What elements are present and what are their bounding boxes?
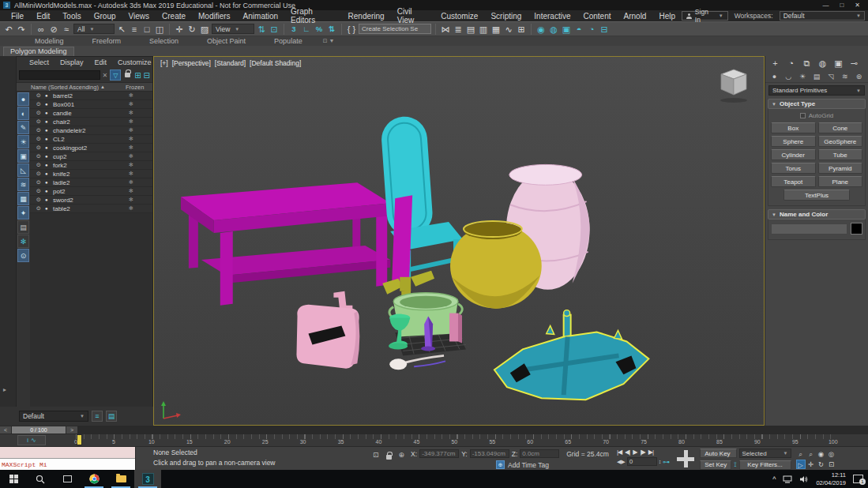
- eye-icon[interactable]: ⊙: [36, 136, 45, 142]
- clear-search-icon[interactable]: ✕: [103, 72, 108, 79]
- frozen-icon[interactable]: ✻: [129, 136, 152, 142]
- menu-item[interactable]: Civil View: [391, 10, 435, 21]
- filter-cameras-icon[interactable]: ▣: [17, 149, 29, 163]
- key-selection-dropdown[interactable]: Selected ▼: [739, 449, 791, 458]
- tab-utilities-icon[interactable]: ⊸: [847, 57, 862, 69]
- start-button[interactable]: [0, 470, 27, 488]
- rectangular-selection-region-icon[interactable]: □: [141, 23, 152, 36]
- menu-item[interactable]: Interactive: [528, 10, 577, 21]
- explorer-row[interactable]: ⊙ ● candle ✻: [30, 109, 152, 118]
- eye-icon[interactable]: ⊙: [36, 179, 45, 186]
- menu-item[interactable]: Scripting: [484, 10, 528, 21]
- menu-item[interactable]: Modifiers: [192, 10, 237, 21]
- explorer-search-input[interactable]: [19, 70, 100, 80]
- taskbar-search-button[interactable]: [27, 470, 54, 488]
- action-center-icon[interactable]: 1: [853, 475, 863, 483]
- frozen-icon[interactable]: ✻: [129, 101, 152, 107]
- menu-item[interactable]: Create: [156, 10, 192, 21]
- frozen-icon[interactable]: ✻: [129, 162, 152, 168]
- frozen-icon[interactable]: ✻: [129, 179, 152, 186]
- viewport-menu-pov[interactable]: [Perspective]: [172, 59, 211, 67]
- frozen-icon[interactable]: ✻: [129, 205, 152, 212]
- render-dot-icon[interactable]: ●: [45, 206, 53, 211]
- frozen-icon[interactable]: ✻: [129, 110, 152, 116]
- tab-display-icon[interactable]: ▣: [831, 57, 846, 69]
- render-setup-icon[interactable]: ◍: [548, 23, 559, 36]
- tab-modify-icon[interactable]: ◔: [783, 57, 798, 69]
- object-type-button[interactable]: TextPlus: [783, 190, 850, 201]
- set-key-button[interactable]: Set Key: [700, 460, 731, 470]
- object-type-button[interactable]: GeoSphere: [818, 136, 863, 147]
- current-frame-field[interactable]: [627, 457, 657, 466]
- menu-item[interactable]: Animation: [237, 10, 284, 21]
- bind-to-space-warp-icon[interactable]: ≈: [61, 23, 72, 36]
- selection-lock-icon[interactable]: [386, 455, 392, 460]
- frozen-icon[interactable]: ✻: [129, 171, 152, 177]
- eye-icon[interactable]: ⊙: [36, 205, 45, 212]
- menu-item[interactable]: Graph Editors: [284, 10, 341, 21]
- scene-objects[interactable]: [154, 57, 764, 425]
- create-spacewarps-icon[interactable]: ≋: [839, 71, 851, 82]
- object-color-swatch[interactable]: [851, 223, 862, 235]
- curve-editor-icon[interactable]: ∿: [503, 23, 514, 36]
- eye-icon[interactable]: ⊙: [36, 118, 45, 125]
- object-name-field[interactable]: [771, 223, 847, 235]
- set-key-mode-icon[interactable]: ⊶: [663, 458, 670, 466]
- menu-item[interactable]: Group: [88, 10, 122, 21]
- object-type-button[interactable]: Plane: [818, 176, 863, 187]
- add-time-tag-label[interactable]: Add Time Tag: [508, 461, 549, 469]
- menu-item[interactable]: Tools: [56, 10, 87, 21]
- zoom-region-icon[interactable]: ▷: [796, 460, 806, 469]
- explorer-menu-item[interactable]: Select: [24, 58, 54, 66]
- minimize-icon[interactable]: —: [822, 2, 829, 9]
- menu-item[interactable]: Rendering: [342, 10, 391, 21]
- zoom-all-icon[interactable]: ⌕: [806, 449, 816, 459]
- render-dot-icon[interactable]: ●: [45, 171, 53, 176]
- render-dot-icon[interactable]: ●: [45, 93, 53, 98]
- render-dot-icon[interactable]: ●: [45, 163, 53, 167]
- go-to-end-icon[interactable]: ▶|: [648, 449, 653, 456]
- speaker-icon[interactable]: [799, 475, 809, 483]
- ribbon-config-icon[interactable]: ⊡ ▼: [323, 38, 335, 46]
- task-view-button[interactable]: [54, 470, 81, 488]
- ribbon-tab[interactable]: Freeform: [78, 36, 136, 46]
- render-dot-icon[interactable]: ●: [45, 102, 53, 107]
- reference-coordinate-dropdown[interactable]: View ▼: [212, 24, 254, 34]
- create-lights-icon[interactable]: ☀: [797, 71, 809, 82]
- frozen-icon[interactable]: ✻: [129, 153, 152, 160]
- eye-icon[interactable]: ⊙: [36, 162, 45, 168]
- filter-materials-icon[interactable]: ▦: [17, 192, 29, 205]
- sign-in-button[interactable]: Sign In ▼: [682, 11, 728, 21]
- menu-item[interactable]: Arnold: [618, 10, 653, 21]
- eye-icon[interactable]: ⊙: [36, 153, 45, 160]
- object-type-button[interactable]: Cylinder: [771, 149, 816, 160]
- maxscript-macro-pane[interactable]: [0, 447, 135, 459]
- maximize-viewport-icon[interactable]: ⊡: [827, 460, 836, 469]
- filter-funnel-icon[interactable]: ▽: [110, 69, 121, 81]
- frozen-column-header[interactable]: Frozen: [126, 84, 152, 91]
- use-pivot-point-center-icon[interactable]: ⊡: [269, 23, 280, 36]
- render-dot-icon[interactable]: ●: [45, 128, 53, 133]
- mini-curve-editor-button[interactable]: i ∿: [17, 435, 46, 445]
- unlink-selection-icon[interactable]: ⊘: [48, 23, 59, 36]
- render-dot-icon[interactable]: ●: [45, 180, 53, 185]
- select-and-place-icon[interactable]: ⇅: [256, 23, 267, 36]
- eye-icon[interactable]: ⊙: [36, 188, 45, 194]
- render-in-cloud-icon[interactable]: ◔: [586, 23, 597, 36]
- toggle-layer-explorer-icon[interactable]: ▥: [478, 23, 489, 36]
- eye-icon[interactable]: ⊙: [36, 171, 45, 177]
- polygon-modeling-panel[interactable]: Polygon Modeling: [3, 47, 74, 56]
- create-shapes-icon[interactable]: ◡: [783, 71, 795, 82]
- name-color-rollout-header[interactable]: ▼ Name and Color: [768, 209, 866, 220]
- frozen-icon[interactable]: ✻: [129, 197, 152, 203]
- toggle-ribbon-icon[interactable]: ▦: [490, 23, 502, 36]
- explorer-row[interactable]: ⊙ ● cup2 ✻: [30, 152, 152, 161]
- filter-all-icon[interactable]: ●: [17, 92, 29, 106]
- create-geometry-icon[interactable]: ●: [768, 71, 780, 82]
- eye-icon[interactable]: ⊙: [36, 92, 45, 99]
- x-coordinate-field[interactable]: [419, 449, 459, 458]
- explorer-row[interactable]: ⊙ ● table2 ✻: [30, 205, 152, 213]
- isolate-selection-icon[interactable]: ⊡: [373, 451, 379, 459]
- lock-cell-editing-icon[interactable]: [125, 73, 130, 77]
- eye-icon[interactable]: ⊙: [36, 110, 45, 116]
